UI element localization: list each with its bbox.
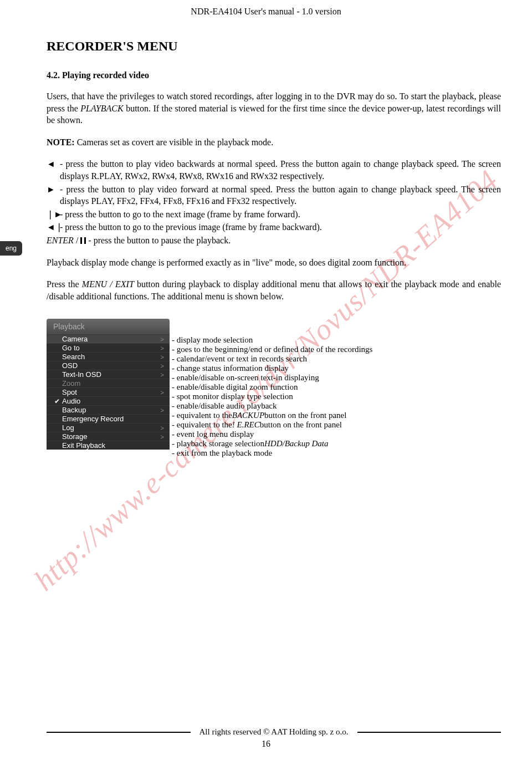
enter-rest: - press the button to pause the playback… [86,236,231,245]
menu-item-label: Search [62,353,161,361]
menu-item-description: - enable/disable on-screen text-in displ… [170,373,372,382]
menu-item-label: Audio [62,397,164,405]
enter-label: ENTER [47,236,74,245]
step-backward-text: - press the button to go to the previous… [60,221,501,233]
note-label: NOTE: [47,137,75,147]
playback-menu-header: Playback [47,319,170,334]
step-forward-text: - press the button to go to the next ima… [60,208,501,221]
chevron-right-icon: > [161,363,164,369]
chevron-right-icon: > [161,345,164,351]
subsection-title: 4.2. Playing recorded video [47,70,501,80]
menu-item-label: Zoom [62,379,164,387]
menu-item-label: Go to [62,344,161,352]
menu-item[interactable]: Go to> [47,343,170,352]
page-number: 16 [0,739,532,749]
play-forward-text: - press the button to play video forward… [60,183,501,207]
control-enter-pause: ENTER / - press the button to pause the … [47,234,501,247]
menu-item[interactable]: Camera> [47,334,170,343]
footer-copyright: All rights reserved © AAT Holding sp. z … [196,727,352,737]
chevron-right-icon: > [161,371,164,378]
note-paragraph: NOTE: Cameras set as covert are visible … [47,136,501,149]
menu-item-description: - equivalent to the BACKUP button on the… [170,411,372,420]
menu-item-description: - goes to the beginning/end or defined d… [170,345,372,354]
menu-item-label: Storage [62,432,161,441]
after-paragraph-1: Playback display mode change is performe… [47,257,501,269]
page-footer: All rights reserved © AAT Holding sp. z … [0,727,532,749]
chevron-right-icon: > [161,425,164,431]
menu-item-label: Spot [62,388,161,396]
control-play-backward: ◄ - press the button to play video backw… [47,158,501,182]
chevron-right-icon: > [161,336,164,343]
menu-item[interactable]: Spot> [47,387,170,396]
control-play-forward: ► - press the button to play video forwa… [47,183,501,207]
doc-header: NDR-EA4104 User's manual - 1.0 version [0,0,532,17]
doc-title: NDR-EA4104 User's manual - 1.0 version [191,7,341,16]
page-content: RECORDER'S MENU 4.2. Playing recorded vi… [0,17,532,458]
after2-a: Press the [47,279,82,289]
pause-icon [80,237,86,244]
play-backward-text: - press the button to play video backwar… [60,158,501,182]
menu-item[interactable]: Storage> [47,432,170,441]
playback-menu-panel: Playback Camera>Go to>Search>OSD>Text-In… [47,319,170,458]
play-forward-icon: ► [47,183,60,196]
menu-item[interactable]: Zoom [47,379,170,387]
menu-item-label: Text-In OSD [62,370,161,379]
menu-item-label: Backup [62,406,161,414]
intro-paragraph: Users, that have the privileges to watch… [47,90,501,126]
menu-item[interactable]: ✔Audio [47,396,170,405]
menu-item[interactable]: Search> [47,352,170,361]
note-text: Cameras set as covert are visible in the… [75,137,274,147]
chevron-right-icon: > [161,354,164,360]
menu-item-label: Camera [62,335,161,343]
check-icon: ✔ [54,397,62,405]
control-step-backward: ◄❘ - press the button to go to the previ… [47,221,501,233]
footer-rule-left [47,732,191,733]
menu-item-description: - enable/disable audio playback [170,401,372,411]
menu-item[interactable]: Log> [47,423,170,432]
playback-menu-descriptions: - display mode selection- goes to the be… [170,319,372,458]
menu-item[interactable]: OSD> [47,361,170,370]
menu-item-label: OSD [62,361,161,370]
menu-item[interactable]: Emergency Record [47,414,170,423]
menu-item-label: Log [62,424,161,432]
menu-item[interactable]: Exit Playback [47,441,170,450]
menu-item-description: - exit from the playback mode [170,448,372,458]
playback-menu-area: Playback Camera>Go to>Search>OSD>Text-In… [47,319,501,458]
menu-item[interactable]: Text-In OSD> [47,370,170,379]
control-step-forward: ❘► - press the button to go to the next … [47,208,501,221]
menu-item-label: Exit Playback [62,441,164,450]
menu-item-description: - change status information display [170,364,372,373]
menu-item-description: - playback storage selection HDD/Backup … [170,439,372,448]
menu-item[interactable]: Backup> [47,405,170,414]
menu-item-description: - calendar/event or text in records sear… [170,354,372,364]
playback-label: PLAYBACK [80,104,123,113]
section-title: RECORDER'S MENU [47,39,501,54]
chevron-right-icon: > [161,407,164,414]
chevron-right-icon: > [161,433,164,440]
menu-item-description: - equivalent to the ! E.REC button on th… [170,420,372,430]
menu-item-description: - enable/disable digital zoom function [170,382,372,392]
chevron-right-icon: > [161,389,164,396]
menu-exit-label: MENU / EXIT [82,279,134,289]
menu-item-description: - display mode selection [170,335,372,345]
menu-item-description: - spot monitor display type selection [170,392,372,401]
playback-controls-list: ◄ - press the button to play video backw… [47,158,501,246]
play-backward-icon: ◄ [47,158,60,170]
footer-rule-right [357,732,502,733]
step-backward-icon: ◄❘ [47,221,60,233]
menu-item-label: Emergency Record [62,415,164,423]
step-forward-icon: ❘► [47,208,60,221]
menu-item-description: - event log menu display [170,430,372,439]
after-paragraph-2: Press the MENU / EXIT button during play… [47,278,501,302]
enter-slash: / [74,236,80,245]
